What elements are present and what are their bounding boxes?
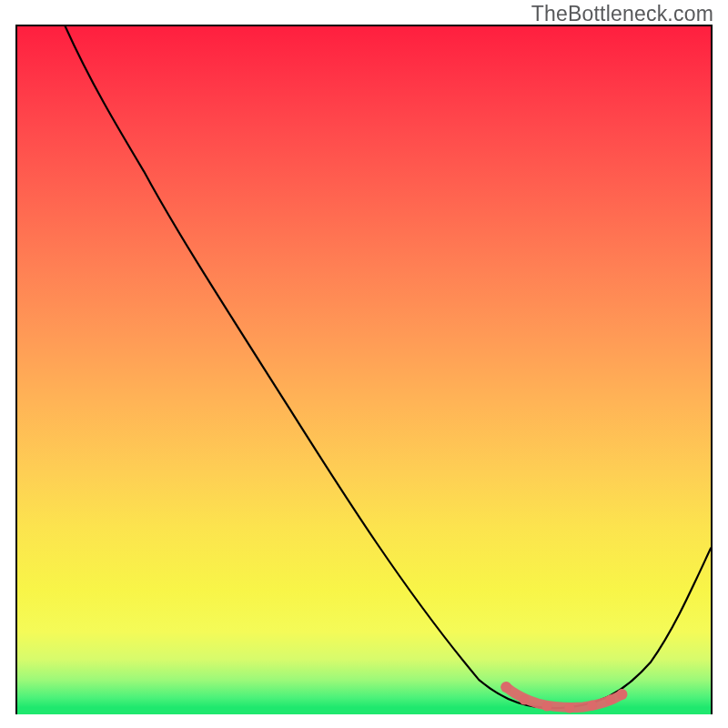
optimal-band-dot xyxy=(541,702,551,712)
optimal-band-dot xyxy=(617,689,628,700)
plot-area xyxy=(15,25,713,714)
optimal-band-dot xyxy=(520,695,530,705)
bottleneck-curve xyxy=(66,26,711,708)
optimal-band-dot xyxy=(587,701,597,711)
optimal-band-dot xyxy=(605,695,615,705)
chart-svg xyxy=(17,26,711,714)
watermark-text: TheBottleneck.com xyxy=(531,2,713,26)
optimal-band-dot xyxy=(564,703,574,713)
optimal-band-dot xyxy=(500,682,511,693)
chart-frame: TheBottleneck.com xyxy=(0,0,728,728)
